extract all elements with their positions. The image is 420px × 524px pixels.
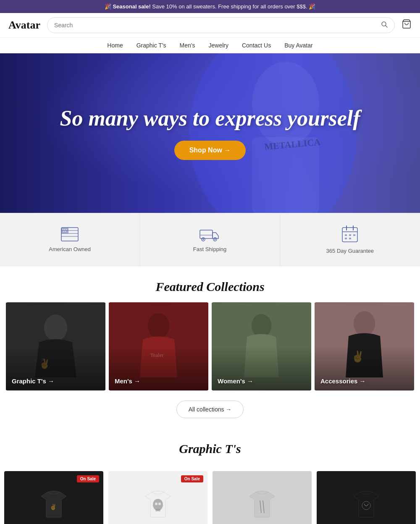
feature-fast-shipping-label: Fast Shipping	[193, 246, 227, 252]
collection-label-1: Graphic T's →	[12, 377, 54, 385]
cart-icon	[402, 19, 412, 29]
hero-title: So many ways to express yourself	[60, 106, 360, 130]
svg-point-12	[63, 229, 63, 230]
collection-label-4: Accessories →	[320, 377, 366, 385]
svg-rect-17	[200, 230, 213, 238]
feature-guarantee-label: 365 Day Guarantee	[326, 248, 374, 254]
nav-mens[interactable]: Men's	[180, 42, 195, 49]
collection-womens[interactable]: Women's →	[212, 302, 311, 390]
svg-point-20	[203, 239, 204, 240]
svg-rect-31	[349, 238, 351, 239]
on-sale-badge-2: On Sale	[181, 475, 203, 482]
collections-grid: ☞ ✌ Graphic T's → Tealer Men's →	[0, 302, 420, 390]
svg-point-13	[64, 229, 65, 230]
nav-home[interactable]: Home	[107, 42, 123, 49]
svg-point-48	[158, 503, 161, 505]
calendar-icon	[341, 225, 358, 244]
product-tshirt-3	[245, 488, 279, 521]
search-icon	[381, 21, 388, 28]
nav-buy-avatar[interactable]: Buy Avatar	[284, 42, 312, 49]
search-icon-button[interactable]	[381, 21, 388, 29]
svg-rect-11	[61, 228, 68, 233]
all-collections-section: All collections →	[0, 390, 420, 428]
product-image-3	[213, 471, 312, 524]
flag-icon	[60, 227, 79, 242]
navigation: Home Graphic T's Men's Jewelry Contact U…	[0, 38, 420, 53]
feature-fast-shipping: Fast Shipping	[140, 213, 280, 266]
svg-rect-29	[353, 234, 355, 236]
features-section: American Owned Fast Shipping 365 Day Gua…	[0, 213, 420, 266]
graphic-ts-section: Graphic T's ✌ On Sale	[0, 428, 420, 524]
nav-contact-us[interactable]: Contact Us	[242, 42, 271, 49]
svg-point-21	[215, 239, 216, 240]
shop-now-button[interactable]: Shop Now →	[174, 141, 246, 160]
feature-american-owned-label: American Owned	[49, 246, 91, 252]
nav-jewelry[interactable]: Jewelry	[209, 42, 228, 49]
nav-graphic-ts[interactable]: Graphic T's	[136, 42, 166, 49]
product-tshirt-1: ✌	[37, 488, 71, 521]
header: Avatar	[0, 13, 420, 38]
top-banner: 🎉 Seasonal sale! Save 10% on all sweater…	[0, 0, 420, 13]
featured-collections-title: Featured Collections	[0, 266, 420, 302]
products-grid: ✌ On Sale On Sale	[4, 471, 416, 524]
svg-point-14	[66, 229, 67, 230]
collection-label-3: Women's →	[218, 377, 253, 385]
svg-point-47	[155, 503, 158, 505]
graphic-ts-title: Graphic T's	[4, 428, 416, 464]
search-input[interactable]	[54, 22, 378, 29]
hero-section: METALLICA So many ways to express yourse…	[0, 53, 420, 213]
hero-content: So many ways to express yourself Shop No…	[43, 106, 377, 160]
truck-icon	[199, 227, 220, 242]
cart-button[interactable]	[402, 19, 412, 31]
banner-highlight: Seasonal sale!	[113, 3, 150, 10]
feature-american-owned: American Owned	[0, 213, 140, 266]
svg-text:✌: ✌	[50, 503, 57, 511]
svg-rect-30	[345, 238, 347, 239]
search-bar-container	[47, 17, 395, 33]
product-image-4	[317, 471, 416, 524]
product-card-4[interactable]	[317, 471, 416, 524]
collection-accessories[interactable]: ✌ Accessories →	[315, 302, 414, 390]
svg-rect-46	[155, 509, 160, 511]
product-card-2[interactable]: On Sale	[108, 471, 207, 524]
svg-point-15	[63, 231, 64, 232]
svg-point-45	[153, 499, 163, 511]
collection-graphic-ts[interactable]: ☞ ✌ Graphic T's →	[6, 302, 105, 390]
svg-rect-27	[345, 234, 347, 236]
product-card-3[interactable]	[213, 471, 312, 524]
banner-suffix: Save 10% on all sweaters. Free shipping …	[151, 3, 315, 10]
svg-point-16	[65, 231, 66, 232]
svg-line-1	[386, 26, 387, 27]
all-collections-button[interactable]: All collections →	[176, 401, 244, 418]
logo[interactable]: Avatar	[8, 19, 40, 31]
collection-label-2: Men's →	[115, 377, 140, 385]
on-sale-badge-1: On Sale	[77, 475, 99, 482]
product-tshirt-2	[141, 488, 175, 521]
svg-rect-28	[349, 234, 351, 236]
banner-prefix: 🎉	[105, 3, 113, 10]
product-tshirt-4	[349, 488, 383, 521]
collection-mens[interactable]: Tealer Men's →	[109, 302, 208, 390]
feature-guarantee: 365 Day Guarantee	[280, 213, 420, 266]
product-card-1[interactable]: ✌ On Sale	[4, 471, 103, 524]
